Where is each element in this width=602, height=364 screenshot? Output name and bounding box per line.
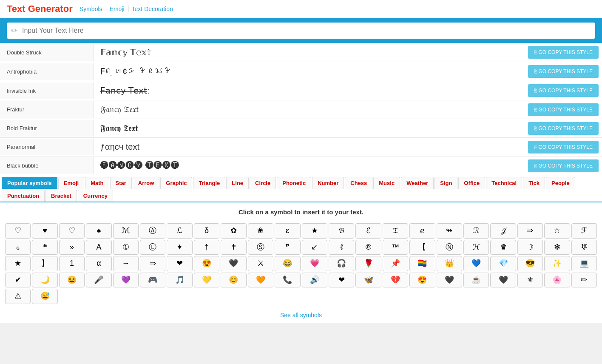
symbol-cell[interactable]: Ⓝ [437, 240, 462, 255]
tab-music[interactable]: Music [373, 177, 400, 189]
symbol-cell[interactable]: 】 [32, 256, 57, 271]
symbol-cell[interactable]: 💎 [490, 256, 516, 271]
symbol-cell[interactable]: ✔ [5, 273, 31, 288]
nav-emoji[interactable]: Emoji [106, 6, 128, 12]
tab-number[interactable]: Number [312, 177, 344, 189]
symbol-cell[interactable]: 😆 [59, 273, 85, 288]
symbol-cell[interactable]: ® [355, 240, 381, 255]
symbol-cell[interactable]: 😊 [221, 273, 246, 288]
copy-style-button-1[interactable]: ⎘ GO COPY THIS STYLE [528, 65, 599, 78]
symbol-cell[interactable]: 📌 [383, 256, 408, 271]
symbol-cell[interactable]: 🦋 [355, 273, 381, 288]
tab-popular[interactable]: Popular symbols [2, 177, 57, 189]
symbol-cell[interactable]: Ⓐ [140, 223, 165, 239]
search-input[interactable] [7, 23, 595, 39]
tab-tick[interactable]: Tick [523, 177, 545, 189]
symbol-cell[interactable]: 𝔅 [329, 223, 354, 239]
symbol-cell[interactable]: ♥ [32, 223, 57, 239]
symbol-cell[interactable]: 🖤 [221, 256, 246, 271]
symbol-cell[interactable]: ✦ [167, 240, 192, 255]
symbol-cell[interactable]: ✻ [544, 240, 570, 255]
symbol-cell[interactable]: ✨ [544, 256, 570, 271]
symbol-cell[interactable]: ↙ [302, 240, 327, 255]
symbol-cell[interactable]: ♅ [571, 240, 597, 255]
tab-sign[interactable]: Sign [434, 177, 457, 189]
symbol-cell[interactable]: ℋ [463, 240, 489, 255]
symbol-cell[interactable]: ⇒ [517, 223, 543, 239]
tab-math[interactable]: Math [85, 177, 109, 189]
symbol-cell[interactable]: 🌸 [544, 273, 570, 288]
symbol-cell[interactable]: ε [275, 223, 300, 239]
symbol-cell[interactable]: 1 [59, 256, 85, 271]
copy-style-button-4[interactable]: ⎘ GO COPY THIS STYLE [528, 122, 599, 135]
symbol-cell[interactable]: ✏ [571, 273, 597, 288]
symbol-cell[interactable]: 😂 [275, 256, 300, 271]
copy-style-button-6[interactable]: ⎘ GO COPY THIS STYLE [528, 159, 599, 172]
symbol-cell[interactable]: ♛ [490, 240, 516, 255]
tab-weather[interactable]: Weather [401, 177, 434, 189]
tab-punctuation[interactable]: Punctuation [2, 190, 45, 202]
symbol-cell[interactable]: ™ [383, 240, 408, 255]
tab-currency[interactable]: Currency [78, 190, 113, 202]
copy-style-button-3[interactable]: ⎘ GO COPY THIS STYLE [528, 103, 599, 116]
symbol-cell[interactable]: δ [194, 223, 219, 239]
tab-graphic[interactable]: Graphic [160, 177, 192, 189]
symbol-cell[interactable]: 👑 [437, 256, 462, 271]
tab-circle[interactable]: Circle [250, 177, 276, 189]
symbol-cell[interactable]: ☽ [517, 240, 543, 255]
symbol-cell[interactable]: 📞 [275, 273, 300, 288]
copy-style-button-5[interactable]: ⎘ GO COPY THIS STYLE [528, 141, 599, 154]
symbol-cell[interactable]: 🎵 [167, 273, 192, 288]
symbol-cell[interactable]: 𝔗 [383, 223, 408, 239]
symbol-cell[interactable]: ⚜ [517, 273, 543, 288]
symbol-cell[interactable]: ℱ [571, 223, 597, 239]
symbol-cell[interactable]: ☕ [463, 273, 489, 288]
symbol-cell[interactable]: ❤ [329, 273, 354, 288]
symbol-cell[interactable]: ↬ [437, 223, 462, 239]
symbol-cell[interactable]: 🎤 [86, 273, 111, 288]
symbol-cell[interactable]: ⚔ [248, 256, 273, 271]
symbol-cell[interactable]: ⚠ [5, 289, 31, 304]
tab-arrow[interactable]: Arrow [133, 177, 160, 189]
tab-bracket[interactable]: Bracket [45, 190, 77, 202]
copy-style-button-2[interactable]: ⎘ GO COPY THIS STYLE [528, 84, 599, 97]
symbol-cell[interactable]: Ⓢ [248, 240, 273, 255]
symbol-cell[interactable]: ☆ [544, 223, 570, 239]
symbol-cell[interactable]: ✿ [221, 223, 246, 239]
symbol-cell[interactable]: 【 [409, 240, 435, 255]
symbol-cell[interactable]: 😍 [194, 256, 219, 271]
symbol-cell[interactable]: 💗 [302, 256, 327, 271]
tab-triangle[interactable]: Triangle [193, 177, 225, 189]
symbol-cell[interactable]: ♡ [59, 223, 85, 239]
symbol-cell[interactable]: 🏳️‍🌈 [409, 256, 435, 271]
symbol-cell[interactable]: ℰ [355, 223, 381, 239]
tab-technical[interactable]: Technical [486, 177, 522, 189]
symbol-cell[interactable]: ❝ [32, 240, 57, 255]
see-all-link[interactable]: See all symbols [280, 312, 322, 318]
symbol-cell[interactable]: 🔊 [302, 273, 327, 288]
symbol-cell[interactable]: Ⓛ [140, 240, 165, 255]
symbol-cell[interactable]: ★ [302, 223, 327, 239]
symbol-cell[interactable]: ❞ [275, 240, 300, 255]
symbol-cell[interactable]: 🧡 [248, 273, 273, 288]
tab-phonetic[interactable]: Phonetic [277, 177, 311, 189]
symbol-cell[interactable]: ⇒ [140, 256, 165, 271]
symbol-cell[interactable]: ❀ [248, 223, 273, 239]
symbol-cell[interactable]: † [194, 240, 219, 255]
symbol-cell[interactable]: ℴ [5, 240, 31, 255]
tab-emoji[interactable]: Emoji [58, 177, 84, 189]
symbol-cell[interactable]: ★ [5, 256, 31, 271]
nav-symbols[interactable]: Symbols [76, 6, 106, 12]
symbol-cell[interactable]: 💛 [194, 273, 219, 288]
symbol-cell[interactable]: ℓ [329, 240, 354, 255]
symbol-cell[interactable]: ℛ [463, 223, 489, 239]
symbol-cell[interactable]: ✝ [221, 240, 246, 255]
symbol-cell[interactable]: 💜 [113, 273, 139, 288]
symbol-cell[interactable]: 𝒥 [490, 223, 516, 239]
symbol-cell[interactable]: 😎 [517, 256, 543, 271]
symbol-cell[interactable]: α [86, 256, 111, 271]
symbol-cell[interactable]: A [86, 240, 111, 255]
tab-people[interactable]: People [546, 177, 575, 189]
symbol-cell[interactable]: 🌙 [32, 273, 57, 288]
tab-office[interactable]: Office [458, 177, 485, 189]
